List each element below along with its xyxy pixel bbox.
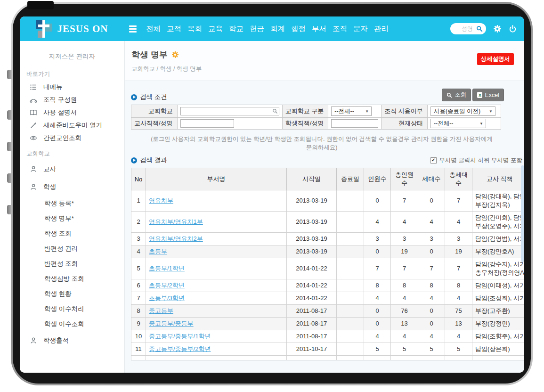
- search-icon[interactable]: [476, 25, 483, 32]
- nav-item[interactable]: 관리: [374, 24, 389, 34]
- detail-manual-button[interactable]: 상세설명서: [477, 53, 514, 65]
- teacher-name-label: 교사직책/성명: [131, 118, 178, 130]
- content: 검색 조건 조회 Excel: [125, 81, 524, 360]
- department-link[interactable]: 중고등부/중등부: [149, 320, 194, 327]
- start-date: 2014-01-22: [287, 258, 337, 279]
- nav-item[interactable]: 조직: [333, 24, 347, 34]
- name-search-box[interactable]: [450, 23, 486, 34]
- sidebar-subitem[interactable]: 반편성 관리: [20, 241, 124, 256]
- department-link[interactable]: 중고등부: [149, 307, 173, 314]
- nav-item[interactable]: 교적: [167, 24, 181, 34]
- total-member-count: [391, 356, 418, 360]
- sidebar-item-org-members[interactable]: 조직 구성원: [20, 93, 124, 106]
- end-date: [337, 233, 364, 245]
- total-member-count: 4: [391, 292, 418, 305]
- sidebar-item-my-menu[interactable]: 내메뉴: [20, 81, 124, 93]
- end-date: [337, 305, 364, 318]
- department-link[interactable]: 영유치부/영유치1부: [149, 218, 203, 225]
- end-date: [337, 258, 364, 279]
- student-name-input[interactable]: [331, 119, 378, 128]
- church-school-label: 교회학교: [131, 105, 178, 118]
- logo[interactable]: JESUS ON: [20, 20, 124, 38]
- tablet-side-button: [7, 205, 12, 214]
- member-count: 0: [364, 245, 391, 258]
- manual-book-icon: [30, 109, 37, 116]
- teacher-roles: 담임(강대욱), 담임: [475, 192, 524, 201]
- org-use-select[interactable]: 사용(종료일 이전): [430, 106, 495, 116]
- include-sub-dept-checkbox[interactable]: 부서명 클릭시 하위 부서명 포함: [430, 156, 522, 164]
- end-date: [337, 356, 364, 360]
- app-screen: JESUS ON 전체교적목회교육학교헌금회계행정부서조직문자관리: [20, 16, 524, 373]
- current-user: 지저스온 관리자: [20, 52, 124, 61]
- nav-item[interactable]: 회계: [270, 24, 285, 34]
- sidebar-item-teachers[interactable]: 교사: [20, 160, 124, 178]
- total-household-count: [445, 356, 472, 360]
- sidebar-subitem[interactable]: 학생 조회: [20, 226, 124, 241]
- church-school-input[interactable]: [180, 107, 279, 115]
- teacher-roles: 담임(이태성), 서기: [475, 281, 524, 290]
- member-count: 8: [364, 279, 391, 292]
- sidebar-subitem[interactable]: 학생 등록*: [20, 196, 124, 211]
- cross-logo-icon: [36, 20, 52, 38]
- member-count: 3: [364, 233, 391, 245]
- household-count: 5: [418, 343, 445, 356]
- page-settings-gear-icon[interactable]: [171, 51, 179, 58]
- excel-button[interactable]: Excel: [472, 89, 504, 101]
- checkbox-check-icon[interactable]: [430, 157, 437, 163]
- department-link[interactable]: 영유치부: [149, 197, 173, 204]
- row-number: 8: [131, 305, 146, 318]
- gear-icon[interactable]: [493, 24, 502, 33]
- row-number: 4: [131, 245, 146, 258]
- nav-item[interactable]: 목회: [187, 24, 202, 34]
- nav-item[interactable]: 전체: [146, 24, 161, 34]
- scrollbar-thumb[interactable]: [521, 165, 524, 262]
- department-link[interactable]: 초등부: [149, 248, 167, 255]
- department-link[interactable]: 초등부/1학년: [149, 265, 185, 272]
- search-form: 교회학교 교회학교 구분 --전체--: [131, 105, 501, 130]
- nav-item[interactable]: 부서: [312, 24, 326, 34]
- search-results-title: 검색 결과: [131, 156, 167, 164]
- school-type-select[interactable]: --전체--: [331, 106, 372, 116]
- sidebar-item-students[interactable]: 학생: [20, 178, 124, 196]
- sidebar-subitem[interactable]: 학생 이수처리: [20, 302, 124, 317]
- nav-item[interactable]: 행정: [291, 24, 306, 34]
- nav-item[interactable]: 학교: [229, 24, 244, 34]
- search-icon[interactable]: [272, 108, 278, 114]
- nav-item[interactable]: 헌금: [250, 24, 264, 34]
- start-date: 2011-08-17: [287, 305, 337, 318]
- teacher-name-input[interactable]: [180, 119, 234, 128]
- nav-item[interactable]: 교육: [208, 24, 223, 34]
- query-button[interactable]: 조회: [442, 89, 471, 101]
- sidebar-subitem[interactable]: 학생 명부*: [20, 211, 124, 226]
- nav-item[interactable]: 문자: [353, 24, 368, 34]
- department-link[interactable]: 초등부/2학년: [149, 282, 185, 289]
- department-link[interactable]: 중고등부/중등부/2학년: [149, 345, 211, 352]
- table-row: 4 초등부 2013-03-19 0 19 0 19 부장(강만호A): [131, 245, 525, 258]
- sidebar-item-student-attendance[interactable]: 학생출석: [20, 332, 124, 350]
- table-row: 2 영유치부/영유치1부 2013-03-19 4 4 4 4 담임(간미희),…: [131, 212, 525, 233]
- household-count: 0: [418, 245, 445, 258]
- department-link[interactable]: 영유치부/영유치2부: [149, 235, 203, 242]
- sidebar-subitem[interactable]: 학생심방 조회: [20, 271, 124, 286]
- sidebar-student-submenu: 학생 등록*학생 명부*학생 조회반편성 관리반편성 조회학생심방 조회학생 현…: [20, 196, 124, 332]
- sidebar-subitem[interactable]: 반편성 조회: [20, 256, 124, 271]
- department-link[interactable]: 중고등부/중등부/1학년: [149, 333, 211, 340]
- end-date: [337, 343, 364, 356]
- sidebar-item-newyear-helper[interactable]: 새해준비도우미 열기: [20, 119, 124, 131]
- sidebar-subitem[interactable]: 학생 이수조회: [20, 317, 124, 332]
- department-link[interactable]: 초등부/3학년: [149, 294, 185, 302]
- sidebar-subitem[interactable]: 학생 현황: [20, 286, 124, 302]
- household-count: 0: [418, 190, 445, 212]
- status-select[interactable]: --전체--: [430, 119, 486, 128]
- sidebar-item-user-manual[interactable]: 사용 설명서: [20, 106, 124, 119]
- name-search-input[interactable]: [455, 25, 474, 33]
- power-icon[interactable]: [509, 25, 517, 33]
- hamburger-menu-icon[interactable]: [129, 25, 137, 33]
- sidebar-item-quick-member-view[interactable]: 간편교인조회: [20, 131, 124, 144]
- start-date: 2011-10-17: [287, 343, 337, 356]
- col-department: 부서명: [146, 168, 287, 190]
- eye-icon: [30, 134, 37, 142]
- org-use-label: 조직 사용여부: [382, 105, 428, 118]
- table-row: 1 영유치부 2013-03-19 0 7 0 7 담임(강대욱), 담임: [131, 190, 525, 212]
- total-household-count: 5: [445, 343, 472, 356]
